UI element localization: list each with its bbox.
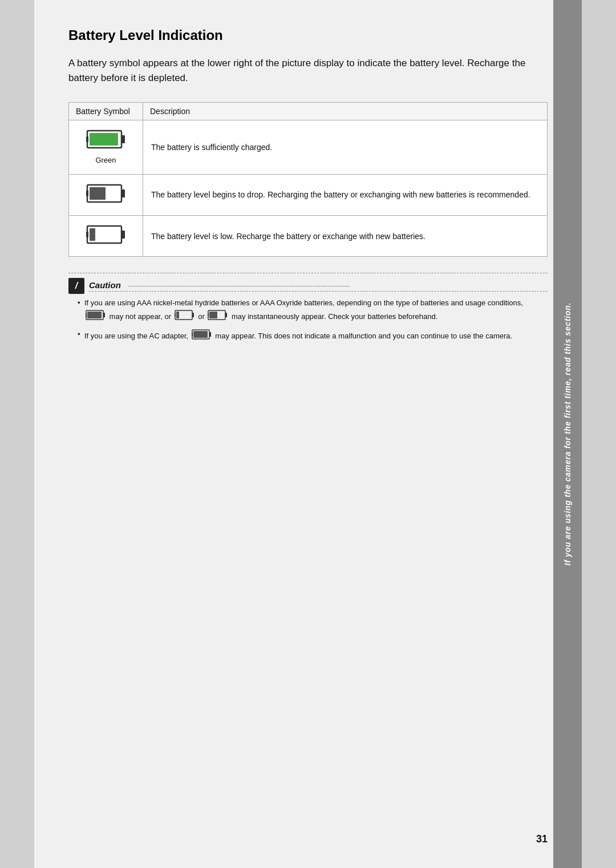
page-number: 31 [536, 833, 548, 845]
caution-item-2: If you are using the AC adapter, may app… [78, 329, 548, 344]
battery-symbol-cell-half [69, 174, 143, 215]
inline-battery-2 [175, 309, 195, 324]
caution-header: / Caution ------------------------------… [68, 278, 548, 294]
svg-rect-19 [176, 312, 179, 318]
caution-icon: / [68, 278, 84, 294]
svg-rect-9 [121, 231, 125, 239]
svg-rect-15 [87, 312, 102, 318]
caution-list: If you are using AAA nickel-metal hydrid… [68, 297, 548, 343]
svg-rect-7 [86, 191, 88, 196]
svg-rect-6 [90, 187, 106, 200]
battery-symbol-cell-full: Green [69, 120, 143, 174]
table-header-symbol: Battery Symbol [69, 102, 143, 120]
caution-title: Caution --------------------------------… [89, 280, 548, 292]
svg-rect-2 [90, 133, 118, 146]
intro-paragraph: A battery symbol appears at the lower ri… [68, 56, 548, 86]
page-title: Battery Level Indication [68, 27, 548, 43]
svg-rect-23 [209, 312, 217, 318]
inline-battery-4 [192, 329, 212, 344]
svg-rect-26 [192, 333, 193, 336]
battery-icon-half [86, 183, 126, 207]
svg-rect-5 [121, 189, 125, 197]
right-sidebar: If you are using the camera for the firs… [553, 0, 582, 868]
battery-symbol-cell-low [69, 216, 143, 257]
caution-item-1: If you are using AAA nickel-metal hydrid… [78, 297, 548, 324]
sidebar-text: If you are using the camera for the firs… [563, 302, 572, 566]
svg-rect-22 [208, 313, 209, 317]
inline-battery-3 [208, 309, 228, 324]
page-container: Battery Level Indication A battery symbo… [34, 0, 582, 868]
table-desc-low: The battery level is low. Recharge the b… [143, 216, 548, 257]
table-row: The battery level is low. Recharge the b… [69, 216, 548, 257]
svg-rect-14 [86, 313, 87, 317]
svg-rect-11 [86, 232, 88, 237]
svg-rect-18 [175, 313, 176, 317]
table-row: Green The battery is sufficiently charge… [69, 120, 548, 174]
battery-icon-low [86, 224, 126, 248]
table-desc-full: The battery is sufficiently charged. [143, 120, 548, 174]
svg-rect-3 [86, 136, 88, 142]
table-desc-half: The battery level begins to drop. Rechar… [143, 174, 548, 215]
svg-rect-13 [103, 313, 105, 317]
svg-rect-10 [90, 228, 95, 241]
svg-rect-1 [121, 135, 125, 143]
battery-table: Battery Symbol Description [68, 102, 548, 257]
svg-rect-17 [192, 313, 194, 317]
svg-rect-27 [193, 331, 208, 338]
green-label: Green [75, 155, 137, 166]
table-row: The battery level begins to drop. Rechar… [69, 174, 548, 215]
svg-rect-25 [209, 332, 211, 337]
table-header-description: Description [143, 102, 548, 120]
svg-rect-21 [225, 313, 227, 317]
caution-section: / Caution ------------------------------… [68, 273, 548, 343]
battery-icon-full [86, 128, 126, 153]
inline-battery-1 [86, 309, 106, 324]
